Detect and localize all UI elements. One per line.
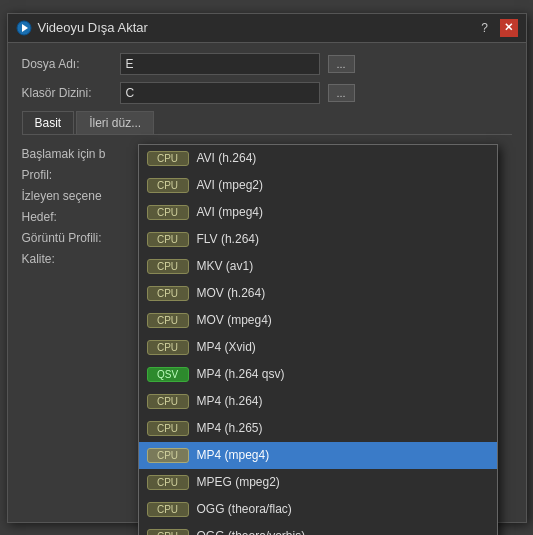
- help-button[interactable]: ?: [476, 19, 494, 37]
- dropdown-item-label: MP4 (h.264 qsv): [197, 367, 285, 381]
- file-name-input[interactable]: [120, 53, 320, 75]
- dropdown-item-label: OGG (theora/flac): [197, 502, 292, 516]
- dropdown-item[interactable]: CPUFLV (h.264): [139, 226, 497, 253]
- cpu-badge: CPU: [147, 475, 189, 490]
- cpu-badge: CPU: [147, 448, 189, 463]
- dropdown-item-label: MP4 (h.265): [197, 421, 263, 435]
- browse-file-button[interactable]: ...: [328, 55, 355, 73]
- profile-label: Profil:: [22, 168, 112, 182]
- cpu-badge: CPU: [147, 340, 189, 355]
- dropdown-item-label: MP4 (h.264): [197, 394, 263, 408]
- dropdown-item-label: AVI (mpeg4): [197, 205, 263, 219]
- dropdown-item-label: MOV (mpeg4): [197, 313, 272, 327]
- view-profile-label: Görüntü Profili:: [22, 231, 112, 245]
- export-dialog: Videoyu Dışa Aktar ? ✕ Dosya Adı: ... Kl…: [7, 13, 527, 523]
- tab-basic[interactable]: Basit: [22, 111, 75, 134]
- dropdown-item[interactable]: CPUMP4 (Xvid): [139, 334, 497, 361]
- dropdown-item[interactable]: CPUMOV (h.264): [139, 280, 497, 307]
- dropdown-item-label: MP4 (mpeg4): [197, 448, 270, 462]
- format-dropdown[interactable]: CPUAVI (h.264)CPUAVI (mpeg2)CPUAVI (mpeg…: [138, 144, 498, 536]
- cpu-badge: CPU: [147, 394, 189, 409]
- cpu-badge: CPU: [147, 529, 189, 536]
- cpu-badge: CPU: [147, 502, 189, 517]
- cpu-badge: CPU: [147, 232, 189, 247]
- folder-label: Klasör Dizini:: [22, 86, 112, 100]
- cpu-badge: CPU: [147, 205, 189, 220]
- file-name-row: Dosya Adı: ...: [22, 53, 512, 75]
- app-icon: [16, 20, 32, 36]
- quality-label: Kalite:: [22, 252, 112, 266]
- dropdown-item-label: MP4 (Xvid): [197, 340, 256, 354]
- tab-advanced[interactable]: İleri düz...: [76, 111, 154, 134]
- dropdown-item-label: OGG (theora/vorbis): [197, 529, 306, 535]
- dropdown-item[interactable]: CPUMP4 (mpeg4): [139, 442, 497, 469]
- browse-folder-button[interactable]: ...: [328, 84, 355, 102]
- tabs: Basit İleri düz...: [22, 111, 512, 135]
- title-bar-right: ? ✕: [476, 19, 518, 37]
- folder-input[interactable]: [120, 82, 320, 104]
- dropdown-item-label: MKV (av1): [197, 259, 254, 273]
- dropdown-item[interactable]: CPUMKV (av1): [139, 253, 497, 280]
- dropdown-item-label: AVI (mpeg2): [197, 178, 263, 192]
- folder-row: Klasör Dizini: ...: [22, 82, 512, 104]
- dropdown-item[interactable]: CPUMP4 (h.265): [139, 415, 497, 442]
- dropdown-item[interactable]: CPUMPEG (mpeg2): [139, 469, 497, 496]
- viewer-label: İzleyen seçene: [22, 189, 112, 203]
- dropdown-item[interactable]: CPUAVI (mpeg2): [139, 172, 497, 199]
- start-label: Başlamak için b: [22, 147, 112, 161]
- cpu-badge: CPU: [147, 286, 189, 301]
- dropdown-item[interactable]: CPUAVI (h.264): [139, 145, 497, 172]
- dropdown-item-label: MOV (h.264): [197, 286, 266, 300]
- qsv-badge: QSV: [147, 367, 189, 382]
- cpu-badge: CPU: [147, 178, 189, 193]
- dialog-title: Videoyu Dışa Aktar: [38, 20, 148, 35]
- dropdown-item[interactable]: CPUMP4 (h.264): [139, 388, 497, 415]
- dropdown-item-label: AVI (h.264): [197, 151, 257, 165]
- dropdown-item[interactable]: CPUMOV (mpeg4): [139, 307, 497, 334]
- dropdown-item[interactable]: CPUOGG (theora/flac): [139, 496, 497, 523]
- dropdown-item-label: FLV (h.264): [197, 232, 259, 246]
- cpu-badge: CPU: [147, 151, 189, 166]
- dropdown-item[interactable]: QSVMP4 (h.264 qsv): [139, 361, 497, 388]
- cpu-badge: CPU: [147, 421, 189, 436]
- target-label: Hedef:: [22, 210, 112, 224]
- dropdown-item-label: MPEG (mpeg2): [197, 475, 280, 489]
- cpu-badge: CPU: [147, 259, 189, 274]
- title-bar-left: Videoyu Dışa Aktar: [16, 20, 148, 36]
- close-button[interactable]: ✕: [500, 19, 518, 37]
- dropdown-item[interactable]: CPUAVI (mpeg4): [139, 199, 497, 226]
- file-name-label: Dosya Adı:: [22, 57, 112, 71]
- cpu-badge: CPU: [147, 313, 189, 328]
- title-bar: Videoyu Dışa Aktar ? ✕: [8, 14, 526, 43]
- dropdown-item[interactable]: CPUOGG (theora/vorbis): [139, 523, 497, 536]
